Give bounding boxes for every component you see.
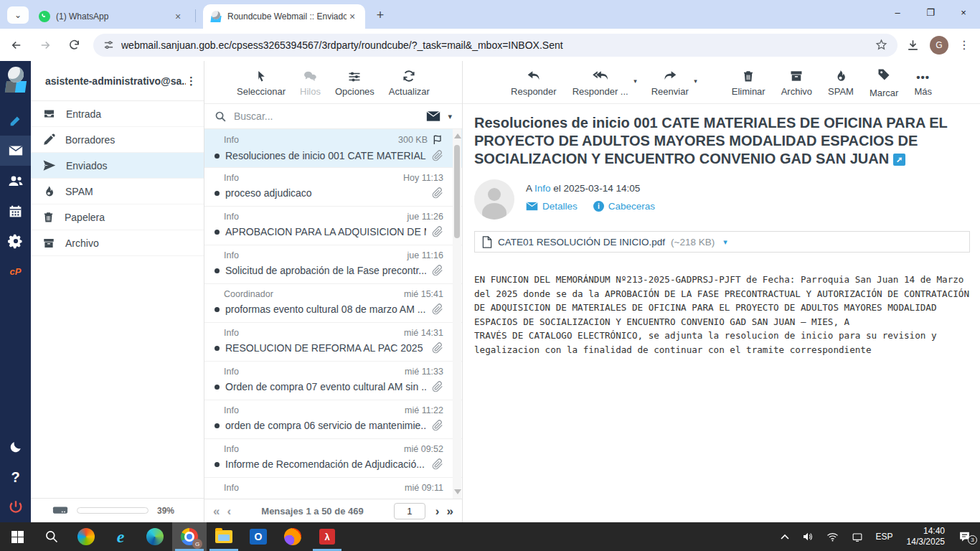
bookmark-star-icon[interactable] (875, 39, 887, 51)
next-page-button[interactable]: › (435, 505, 440, 517)
tray-chevron-icon[interactable] (776, 534, 794, 540)
browser-profile-avatar[interactable]: G (930, 36, 948, 55)
first-page-button[interactable]: « (213, 505, 220, 517)
logout-icon[interactable] (0, 492, 31, 522)
outlook-icon[interactable]: O (241, 522, 275, 551)
select-button[interactable]: Seleccionar (237, 67, 286, 97)
scroll-down-arrow[interactable] (454, 489, 461, 494)
volume-icon[interactable] (797, 532, 819, 542)
forward-caret-icon[interactable]: ▾ (694, 77, 697, 85)
folder-spam[interactable]: SPAM (31, 179, 204, 204)
scroll-up-arrow[interactable] (454, 133, 461, 138)
tab-close-icon[interactable]: × (347, 11, 358, 22)
list-item[interactable]: Infojue 11:26 APROBACION PARA LA ADQUISI… (204, 207, 462, 245)
spam-button[interactable]: SPAM (828, 67, 854, 97)
mark-button[interactable]: Marcar (870, 66, 898, 98)
taskbar-search-button[interactable] (34, 522, 69, 551)
window-minimize-button[interactable]: – (881, 0, 914, 24)
address-bar[interactable]: webmail.sanjuan.gob.ec/cpsess3265394567/… (93, 34, 897, 57)
reply-button[interactable]: Responder (511, 67, 557, 97)
cpanel-icon[interactable]: cP (0, 256, 31, 286)
list-item[interactable]: Infomié 11:33 Orden de compra 07 evento … (204, 362, 462, 400)
firefox-icon[interactable] (275, 522, 310, 551)
list-item[interactable]: Infojue 11:16 Solicitud de aprobación de… (204, 245, 462, 284)
edge-icon[interactable] (138, 522, 172, 551)
new-tab-button[interactable]: + (372, 6, 389, 24)
scrollbar-thumb[interactable] (454, 145, 460, 238)
reply-all-caret-icon[interactable]: ▾ (633, 77, 637, 85)
list-item[interactable]: Infomié 11:22 orden de compra 06 servici… (204, 400, 462, 439)
copilot-icon[interactable] (69, 522, 103, 551)
start-button[interactable] (0, 522, 34, 551)
notification-center-icon[interactable]: 3 (953, 531, 976, 542)
dark-mode-icon[interactable] (0, 432, 31, 462)
rail-mail-button[interactable] (0, 136, 31, 166)
folder-enviados[interactable]: Enviados (31, 153, 204, 179)
window-restore-button[interactable]: ❐ (914, 0, 947, 24)
search-input[interactable] (234, 110, 419, 122)
attachment-menu-caret-icon[interactable]: ▾ (723, 237, 727, 247)
reply-all-button[interactable]: Responder ... ▾ (573, 67, 628, 97)
delete-button[interactable]: Eliminar (732, 67, 765, 97)
last-page-button[interactable]: » (447, 505, 453, 517)
browser-menu-icon[interactable]: ⋮ (958, 38, 970, 52)
search-options-chevron-icon[interactable]: ▾ (448, 112, 452, 121)
account-header[interactable]: asistente-administrativo@sa... ⋮ (31, 61, 204, 101)
list-scrollbar[interactable] (453, 129, 461, 499)
folder-borradores[interactable]: Borradores (31, 127, 204, 153)
headers-toggle[interactable]: i Cabeceras (593, 201, 655, 212)
details-toggle[interactable]: Detalles (526, 201, 578, 212)
threads-button[interactable]: Hilos (300, 67, 321, 97)
list-item[interactable]: Infomié 14:31 RESOLUCION DE REFORMA AL P… (204, 323, 462, 362)
list-item[interactable]: Infomié 09:52 Informe de Recomendación d… (204, 439, 462, 478)
taskbar-clock[interactable]: 14:40 14/3/2025 (901, 526, 951, 547)
downloads-icon[interactable] (906, 38, 920, 52)
forward-button[interactable] (33, 33, 57, 57)
folder-archivo[interactable]: Archivo (31, 230, 204, 256)
help-icon[interactable]: ? (0, 462, 31, 492)
refresh-button[interactable]: Actualizar (389, 67, 430, 97)
archive-button[interactable]: Archivo (781, 67, 812, 97)
rail-contacts-button[interactable] (0, 166, 31, 196)
flame-icon (42, 185, 55, 198)
chrome-profile-badge: G (192, 539, 202, 549)
flag-icon[interactable] (432, 134, 443, 146)
folder-entrada[interactable]: Entrada (31, 101, 204, 127)
back-button[interactable] (4, 33, 29, 57)
internet-explorer-icon[interactable]: e (103, 522, 138, 551)
window-close-button[interactable]: × (947, 0, 980, 24)
reload-button[interactable] (62, 33, 86, 57)
tab-roundcube[interactable]: Roundcube Webmail :: Enviados × (203, 4, 365, 29)
list-item[interactable]: Infomié 09:11 (204, 478, 462, 499)
attachment-item[interactable]: CATE01 RESOLUCIÓN DE INICIO.pdf (~218 KB… (474, 231, 970, 253)
prev-page-button[interactable]: ‹ (227, 505, 231, 517)
chrome-taskbar-button[interactable]: G (172, 522, 207, 551)
more-button[interactable]: ••• Más (914, 67, 932, 97)
list-item[interactable]: Info 300 KB Resoluciones de inicio 001 C… (204, 129, 462, 168)
list-item[interactable]: Coordinadormié 15:41 proformas evento cu… (204, 284, 462, 323)
rail-calendar-button[interactable] (0, 196, 31, 226)
account-menu-icon[interactable]: ⋮ (186, 75, 197, 88)
search-scope-icon[interactable] (426, 110, 440, 122)
options-button[interactable]: Opciones (335, 67, 374, 97)
tab-search-button[interactable]: ⌄ (7, 6, 29, 24)
search-icon (215, 110, 227, 123)
paperclip-icon (432, 150, 443, 161)
site-settings-icon[interactable] (103, 39, 114, 50)
folder-papelera[interactable]: Papelera (31, 204, 204, 230)
display-connect-icon[interactable] (847, 532, 868, 542)
tab-close-icon[interactable]: × (172, 11, 184, 22)
compose-button[interactable] (0, 105, 31, 136)
rail-settings-button[interactable] (0, 226, 31, 256)
paperclip-icon (432, 226, 443, 237)
page-number-input[interactable] (394, 503, 425, 519)
file-explorer-icon[interactable] (207, 522, 241, 551)
recipient-link[interactable]: Info (534, 183, 551, 194)
forward-button[interactable]: Reenviar ▾ (651, 67, 689, 97)
acrobat-icon[interactable]: λ (310, 522, 344, 551)
tab-whatsapp[interactable]: (1) WhatsApp × (32, 4, 191, 29)
list-item[interactable]: InfoHoy 11:13 proceso adjudicaco (204, 168, 462, 207)
wifi-icon[interactable] (821, 532, 844, 542)
language-indicator[interactable]: ESP (871, 532, 898, 542)
open-in-new-window-icon[interactable]: ➚ (893, 154, 905, 166)
